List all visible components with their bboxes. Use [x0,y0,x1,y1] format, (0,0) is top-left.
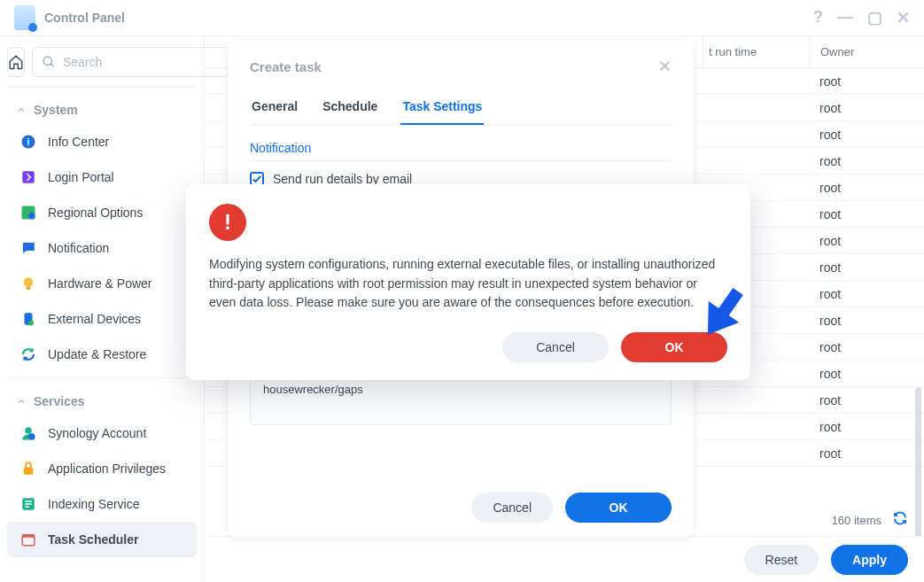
column-run-time[interactable]: t run time [703,36,809,67]
tab-task-settings[interactable]: Task Settings [400,92,484,124]
svg-rect-4 [22,171,35,183]
cell-owner: root [809,287,924,301]
sidebar-item-regional[interactable]: Regional Options [7,195,197,230]
column-owner[interactable]: Owner [809,36,924,67]
search-box[interactable] [32,47,229,77]
sidebar-item-external[interactable]: External Devices [7,301,197,337]
tab-general[interactable]: General [250,92,299,124]
sidebar-item-label: Regional Options [48,206,143,220]
svg-rect-13 [24,468,34,475]
sidebar-item-task-scheduler[interactable]: Task Scheduler [7,522,197,557]
lock-icon [19,460,37,477]
search-input[interactable] [61,54,220,70]
scrollbar-thumb[interactable] [915,387,921,536]
cell-owner: root [809,74,924,89]
svg-rect-17 [25,506,29,508]
group-label: System [34,103,78,117]
dialog-close-icon[interactable]: ✕ [658,57,672,76]
cell-owner: root [809,181,924,195]
group-system[interactable]: System [7,96,197,124]
close-icon[interactable]: ✕ [897,8,910,27]
svg-point-12 [28,433,35,440]
globe-icon [19,204,37,221]
sidebar-item-label: Info Center [48,135,109,149]
sidebar-item-label: Synology Account [48,426,146,440]
home-button[interactable] [7,47,25,77]
item-count: 160 items [832,514,881,527]
warning-text: Modifying system configurations, running… [209,255,727,313]
sidebar-item-app-privileges[interactable]: Application Privileges [7,451,197,486]
chat-icon [19,239,37,257]
refresh-icon [892,510,908,526]
svg-rect-15 [25,501,32,502]
search-icon [42,55,56,69]
main-footer: Reset Apply [205,536,924,582]
section-notification: Notification [250,141,672,155]
refresh-button[interactable] [892,510,908,529]
svg-point-6 [28,213,35,220]
svg-rect-16 [25,503,32,505]
warning-dialog: ! Modifying system configurations, runni… [186,184,750,380]
user-icon [19,424,37,442]
calendar-icon [19,531,37,548]
sidebar-item-label: Update & Restore [48,347,146,361]
warning-icon: ! [209,204,246,241]
cell-owner: root [809,101,924,115]
app-icon [14,5,35,30]
sidebar-item-label: External Devices [48,312,141,326]
create-task-cancel-button[interactable]: Cancel [471,493,553,523]
warning-cancel-button[interactable]: Cancel [502,332,609,362]
cell-owner: root [809,446,924,461]
tab-schedule[interactable]: Schedule [321,92,379,124]
cell-owner: root [809,340,924,354]
sidebar-item-label: Login Portal [48,170,114,184]
sidebar-item-hardware[interactable]: Hardware & Power [7,266,197,301]
sidebar-item-info-center[interactable]: i Info Center [7,124,197,159]
cell-owner: root [809,420,924,434]
cell-owner: root [809,393,924,407]
sidebar-item-login-portal[interactable]: Login Portal [7,159,197,195]
minimize-icon[interactable]: — [837,8,853,27]
help-icon[interactable]: ? [813,8,823,27]
divider [250,160,672,161]
sidebar-item-notification[interactable]: Notification [7,230,197,266]
sidebar-item-label: Application Privileges [48,462,166,476]
control-panel-window: Control Panel ? — ▢ ✕ Syste [0,0,924,582]
sidebar: System i Info Center Login Portal Region… [0,35,204,582]
create-task-ok-button[interactable]: OK [565,493,672,523]
portal-icon [19,168,37,186]
cell-owner: root [809,314,924,328]
svg-rect-19 [22,535,35,538]
divider [7,86,197,87]
sidebar-item-label: Hardware & Power [48,276,152,291]
bulb-icon [19,275,37,292]
sidebar-item-update[interactable]: Update & Restore [7,337,197,372]
cell-owner: root [809,128,924,142]
cell-owner: root [809,207,924,221]
svg-point-11 [25,427,32,434]
refresh-icon [19,345,37,363]
cell-owner: root [809,260,924,275]
sidebar-item-label: Task Scheduler [48,532,138,547]
titlebar: Control Panel ? — ▢ ✕ [0,0,924,35]
sidebar-item-indexing[interactable]: Indexing Service [7,486,197,522]
cell-owner: root [809,234,924,248]
reset-button[interactable]: Reset [744,545,819,575]
home-icon [8,54,24,70]
maximize-icon[interactable]: ▢ [867,8,882,27]
group-services[interactable]: Services [7,387,197,415]
apply-button[interactable]: Apply [831,545,908,575]
svg-point-7 [24,277,34,287]
cell-owner: root [809,367,924,381]
sidebar-item-synology-account[interactable]: Synology Account [7,415,197,451]
svg-line-1 [50,64,53,66]
dialog-title: Create task [250,59,322,74]
svg-point-0 [43,57,51,65]
svg-rect-8 [27,287,31,290]
chevron-up-icon [16,105,27,115]
divider [7,377,197,378]
cell-owner: root [809,154,924,168]
svg-point-10 [28,321,34,326]
group-label: Services [34,394,85,408]
info-icon: i [19,133,37,151]
